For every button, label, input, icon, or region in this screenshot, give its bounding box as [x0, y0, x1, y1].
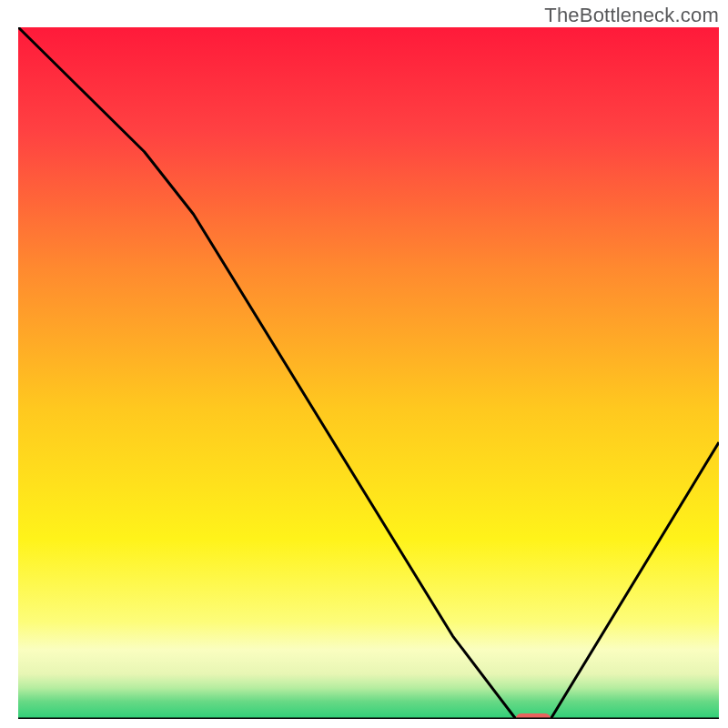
bottleneck-chart — [18, 27, 719, 719]
watermark-text: TheBottleneck.com — [544, 4, 719, 27]
